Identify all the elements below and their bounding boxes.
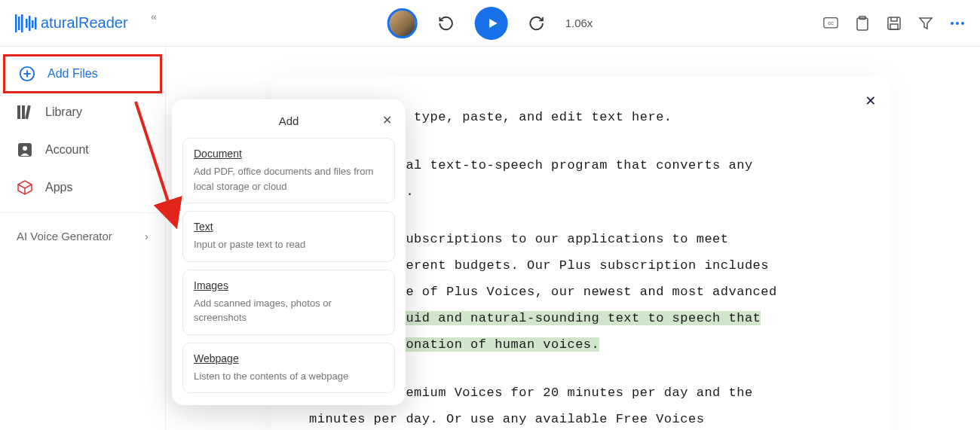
svg-rect-10 <box>857 18 868 30</box>
svg-point-15 <box>951 22 954 25</box>
doc-line: minutes per day. Or use any available Fr… <box>309 409 852 430</box>
popup-option-title: Text <box>194 221 384 233</box>
playback-speed[interactable]: 1.06x <box>565 17 593 29</box>
filter-icon[interactable] <box>918 16 933 31</box>
play-button[interactable] <box>475 7 508 40</box>
sidebar-item-account[interactable]: Account <box>0 131 165 169</box>
svg-point-25 <box>23 146 27 151</box>
skip-back-button[interactable] <box>437 14 455 32</box>
svg-point-16 <box>956 22 959 25</box>
svg-marker-7 <box>489 19 498 28</box>
svg-rect-0 <box>15 14 17 32</box>
svg-rect-2 <box>21 14 23 32</box>
popup-option-title: Images <box>194 279 384 291</box>
svg-rect-4 <box>29 16 31 31</box>
collapse-sidebar-button[interactable]: « <box>151 11 157 23</box>
sidebar-item-label: Account <box>45 143 89 157</box>
popup-option-text[interactable]: Text Input or paste text to read <box>182 211 395 262</box>
sidebar-item-library[interactable]: Library <box>0 93 165 131</box>
cc-icon[interactable]: cc <box>823 16 838 31</box>
svg-rect-23 <box>25 105 31 119</box>
add-files-highlight: Add Files <box>3 54 162 93</box>
sidebar-item-ai-voice[interactable]: AI Voice Generator › <box>0 219 165 253</box>
sidebar-item-add-files[interactable]: Add Files <box>5 56 160 91</box>
plus-circle-icon <box>19 66 35 82</box>
popup-option-desc: Add PDF, office documents and files from… <box>194 164 384 194</box>
svg-rect-1 <box>18 17 20 30</box>
popup-option-desc: Add scanned images, photos or screenshot… <box>194 296 384 325</box>
svg-rect-6 <box>35 17 37 29</box>
library-icon <box>17 104 33 120</box>
app-logo[interactable]: aturalReader <box>15 14 128 32</box>
svg-text:cc: cc <box>828 20 834 26</box>
logo-text: aturalReader <box>41 14 128 32</box>
popup-option-webpage[interactable]: Webpage Listen to the contents of a webp… <box>182 343 395 394</box>
sidebar-item-label: AI Voice Generator <box>17 230 112 242</box>
account-icon <box>17 142 33 158</box>
svg-marker-14 <box>920 18 932 29</box>
popup-option-images[interactable]: Images Add scanned images, photos or scr… <box>182 270 395 335</box>
svg-rect-21 <box>17 105 20 119</box>
sidebar: Add Files Library Account Apps <box>0 47 166 430</box>
svg-point-17 <box>961 22 964 25</box>
popup-option-document[interactable]: Document Add PDF, office documents and f… <box>182 138 395 203</box>
sidebar-item-label: Apps <box>45 181 72 194</box>
sidebar-item-apps[interactable]: Apps <box>0 169 165 206</box>
svg-rect-5 <box>32 20 34 28</box>
player-controls: 1.06x <box>387 7 593 40</box>
save-icon[interactable] <box>887 16 902 31</box>
svg-rect-22 <box>22 105 25 119</box>
header: aturalReader « 1.06x cc <box>0 0 980 47</box>
popup-option-title: Webpage <box>194 352 384 364</box>
sidebar-item-label: Add Files <box>47 67 98 81</box>
voice-avatar[interactable] <box>387 8 418 38</box>
apps-icon <box>17 179 33 196</box>
add-popup: Add ✕ Document Add PDF, office documents… <box>172 99 406 405</box>
more-icon[interactable] <box>950 16 965 31</box>
close-document-button[interactable]: ✕ <box>865 87 876 115</box>
popup-option-desc: Listen to the contents of a webpage <box>194 369 384 384</box>
popup-option-title: Document <box>194 148 384 160</box>
chevron-right-icon: › <box>145 230 149 242</box>
skip-forward-button[interactable] <box>528 14 546 32</box>
header-right-tools: cc <box>823 16 965 31</box>
close-popup-button[interactable]: ✕ <box>382 113 392 127</box>
popup-title: Add <box>279 114 299 127</box>
svg-rect-3 <box>26 19 28 28</box>
sidebar-item-label: Library <box>45 105 82 119</box>
popup-header: Add ✕ <box>182 110 395 138</box>
popup-option-desc: Input or paste text to read <box>194 237 384 252</box>
logo-icon <box>15 14 38 32</box>
clipboard-icon[interactable] <box>855 16 870 31</box>
svg-rect-13 <box>890 24 898 29</box>
